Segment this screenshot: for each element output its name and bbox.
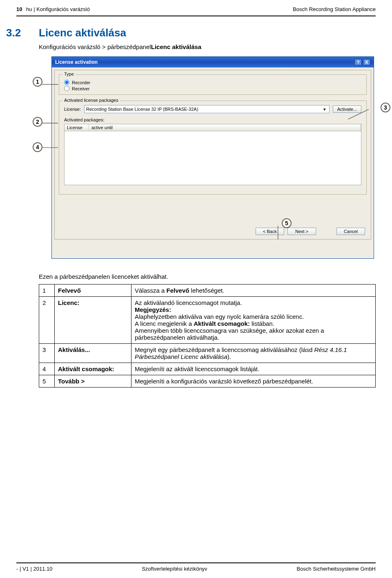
license-group-label: Activated license packages — [62, 98, 120, 103]
cancel-button[interactable]: Cancel — [336, 228, 365, 235]
col-license: License — [65, 124, 89, 131]
license-select[interactable]: Recording Station Base License 32 IP (BR… — [84, 105, 330, 113]
wizard-buttons: < Back Next > Cancel — [256, 228, 365, 235]
callout-5: 5 — [282, 218, 292, 228]
type-group: Type Recorder Receiver — [59, 74, 367, 95]
dialog-title: License activation — [55, 59, 98, 65]
screenshot-figure: License activation ? X Type Recorder — [29, 56, 380, 265]
header-right: Bosch Recording Station Appliance — [293, 6, 376, 12]
row-num: 3 — [39, 344, 55, 363]
section-title: Licenc aktiválása — [39, 27, 126, 39]
license-select-value: Recording Station Base License 32 IP (BR… — [86, 107, 198, 112]
table-row: 4 Aktivált csomagok: Megjeleníti az akti… — [39, 363, 376, 375]
radio-receiver[interactable]: Receiver — [64, 86, 361, 91]
activated-packages-label: Activated packages: — [64, 117, 361, 122]
table-row: 5 Tovább > Megjeleníti a konfigurációs v… — [39, 375, 376, 388]
callout-2: 2 — [33, 117, 42, 127]
row-key: Aktivált csomagok: — [55, 363, 131, 375]
radio-recorder-input[interactable] — [64, 80, 69, 85]
row-key: Licenc: — [55, 297, 131, 344]
section-heading: 3.2 Licenc aktiválása — [39, 27, 376, 39]
radio-recorder-label: Recorder — [72, 80, 90, 85]
license-activation-dialog: License activation ? X Type Recorder — [51, 56, 374, 259]
footer-right: Bosch Sicherheitssysteme GmbH — [296, 566, 376, 572]
next-button[interactable]: Next > — [287, 228, 316, 235]
description-table: 1 Felvevő Válassza a Felvevő lehetőséget… — [39, 284, 376, 388]
radio-receiver-label: Receiver — [72, 86, 89, 91]
row-num: 5 — [39, 375, 55, 388]
section-subtitle: Konfigurációs varázsló > párbeszédpanelL… — [39, 43, 376, 50]
row-desc: Megjeleníti a konfigurációs varázsló köv… — [131, 375, 376, 388]
footer-divider — [16, 562, 376, 563]
help-icon[interactable]: ? — [354, 59, 362, 65]
footer-center: Szoftvertelepítési kézikönyv — [142, 566, 207, 572]
close-icon[interactable]: X — [363, 59, 370, 65]
type-group-label: Type — [62, 72, 76, 76]
license-packages-group: Activated license packages License: Reco… — [59, 101, 367, 195]
radio-recorder[interactable]: Recorder — [64, 80, 361, 85]
activate-button[interactable]: Activate... — [333, 105, 361, 113]
row-key: Felvevő — [55, 285, 131, 297]
row-desc: Az aktiválandó licenccsomagot mutatja. M… — [131, 297, 376, 344]
section-number: 3.2 — [6, 27, 39, 39]
callout-1: 1 — [33, 77, 42, 87]
dialog-titlebar: License activation ? X — [52, 57, 374, 67]
license-label: License: — [64, 107, 81, 112]
row-desc: Válassza a Felvevő lehetőséget. — [131, 285, 376, 297]
page-number: 10 — [16, 6, 22, 12]
row-key: Aktiválás... — [55, 344, 131, 363]
row-desc: Megnyit egy párbeszédpanelt a licenccsom… — [131, 344, 376, 363]
activated-packages-table: License active until — [64, 124, 361, 185]
table-row: 3 Aktiválás... Megnyit egy párbeszédpane… — [39, 344, 376, 363]
radio-receiver-input[interactable] — [64, 86, 69, 91]
row-key: Tovább > — [55, 375, 131, 388]
row-num: 2 — [39, 297, 55, 344]
page-header: 10 hu | Konfigurációs varázsló Bosch Rec… — [0, 0, 392, 16]
header-left: hu | Konfigurációs varázsló — [26, 6, 90, 12]
header-divider — [16, 16, 376, 16]
col-active-until: active until — [89, 124, 361, 131]
callout-3: 3 — [381, 103, 390, 112]
page-footer: - | V1 | 2011.10 Szoftvertelepítési kézi… — [0, 559, 392, 572]
back-button[interactable]: < Back — [256, 228, 284, 235]
row-desc: Megjeleníti az aktivált licenccsomagok l… — [131, 363, 376, 375]
footer-left: - | V1 | 2011.10 — [16, 566, 52, 572]
table-row: 2 Licenc: Az aktiválandó licenccsomagot … — [39, 297, 376, 344]
row-num: 1 — [39, 285, 55, 297]
chevron-down-icon: ▾ — [322, 107, 327, 112]
callout-4: 4 — [33, 142, 42, 152]
row-num: 4 — [39, 363, 55, 375]
intro-text: Ezen a párbeszédpanelen licenceket aktiv… — [39, 273, 376, 280]
table-row: 1 Felvevő Válassza a Felvevő lehetőséget… — [39, 285, 376, 297]
